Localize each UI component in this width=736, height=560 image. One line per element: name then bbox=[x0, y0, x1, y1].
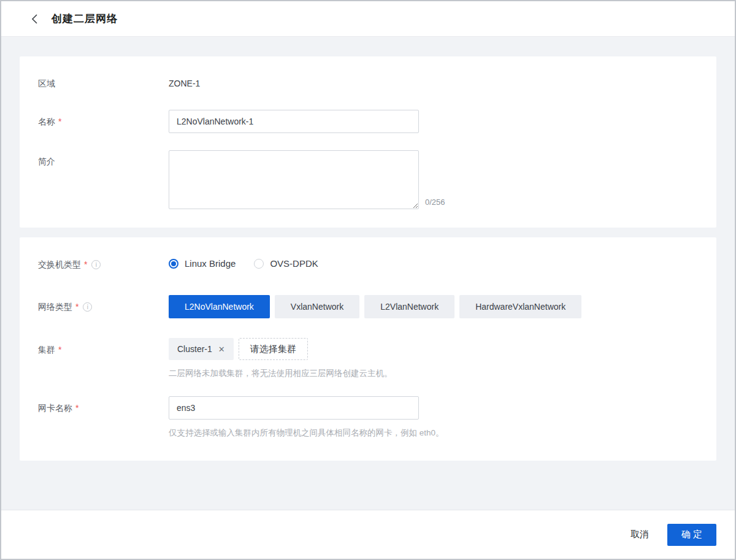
zone-row: 区域 ZONE-1 bbox=[38, 77, 698, 90]
nic-row: 网卡名称 * 仅支持选择或输入集群内所有物理机之间具体相同名称的网卡，例如 et… bbox=[38, 396, 698, 439]
zone-label: 区域 bbox=[38, 77, 169, 90]
info-icon[interactable]: i bbox=[83, 302, 92, 312]
required-asterisk: * bbox=[84, 258, 87, 270]
name-label: 名称 * bbox=[38, 110, 169, 128]
description-label: 简介 bbox=[38, 150, 169, 167]
select-cluster-button[interactable]: 请选择集群 bbox=[239, 338, 308, 360]
network-type-hardware-vxlan[interactable]: HardwareVxlanNetwork bbox=[459, 295, 581, 318]
back-icon[interactable] bbox=[27, 12, 42, 26]
tag-remove-icon[interactable]: ✕ bbox=[218, 345, 225, 353]
cluster-label: 集群 * bbox=[38, 338, 169, 356]
network-type-row: 网络类型 * i L2NoVlanNetwork VxlanNetwork L2… bbox=[38, 295, 698, 318]
char-counter: 0/256 bbox=[425, 198, 445, 209]
cancel-button[interactable]: 取消 bbox=[631, 529, 649, 540]
network-config-card: 交换机类型 * i Linux Bridge OVS-DPDK 网络类型 * i bbox=[20, 237, 716, 461]
page-header: 创建二层网络 bbox=[1, 1, 735, 37]
cluster-row: 集群 * Cluster-1 ✕ 请选择集群 二层网络未加载集群，将无法使用相应… bbox=[38, 338, 698, 379]
cluster-hint: 二层网络未加载集群，将无法使用相应三层网络创建云主机。 bbox=[169, 367, 698, 379]
description-row: 简介 0/256 bbox=[38, 150, 698, 209]
nic-label: 网卡名称 * bbox=[38, 396, 169, 414]
description-textarea[interactable] bbox=[169, 150, 419, 209]
nic-input[interactable] bbox=[169, 396, 419, 420]
name-row: 名称 * bbox=[38, 110, 698, 133]
radio-circle-unselected bbox=[254, 259, 264, 269]
required-asterisk: * bbox=[58, 115, 61, 128]
switch-type-row: 交换机类型 * i Linux Bridge OVS-DPDK bbox=[38, 258, 698, 270]
zone-value: ZONE-1 bbox=[169, 79, 200, 88]
required-asterisk: * bbox=[75, 301, 79, 313]
name-input[interactable] bbox=[169, 110, 419, 133]
basic-info-card: 区域 ZONE-1 名称 * 简介 0/256 bbox=[20, 56, 716, 228]
radio-linux-bridge[interactable]: Linux Bridge bbox=[169, 258, 236, 269]
network-type-l2vlan[interactable]: L2VlanNetwork bbox=[364, 295, 454, 318]
network-type-vxlan[interactable]: VxlanNetwork bbox=[275, 295, 359, 318]
confirm-button[interactable]: 确定 bbox=[667, 524, 716, 546]
radio-circle-selected bbox=[169, 259, 178, 269]
info-icon[interactable]: i bbox=[91, 260, 101, 269]
required-asterisk: * bbox=[58, 343, 61, 356]
network-type-l2novlan[interactable]: L2NoVlanNetwork bbox=[169, 295, 270, 318]
nic-hint: 仅支持选择或输入集群内所有物理机之间具体相同名称的网卡，例如 eth0。 bbox=[169, 427, 698, 439]
switch-type-label: 交换机类型 * i bbox=[38, 258, 169, 270]
network-type-label: 网络类型 * i bbox=[38, 295, 169, 313]
radio-ovs-dpdk[interactable]: OVS-DPDK bbox=[254, 258, 318, 269]
cluster-tag: Cluster-1 ✕ bbox=[169, 338, 234, 360]
required-asterisk: * bbox=[75, 402, 79, 414]
page-footer: 取消 确定 bbox=[1, 510, 735, 559]
form-content: 区域 ZONE-1 名称 * 简介 0/256 bbox=[1, 37, 735, 461]
page-title: 创建二层网络 bbox=[52, 12, 118, 26]
